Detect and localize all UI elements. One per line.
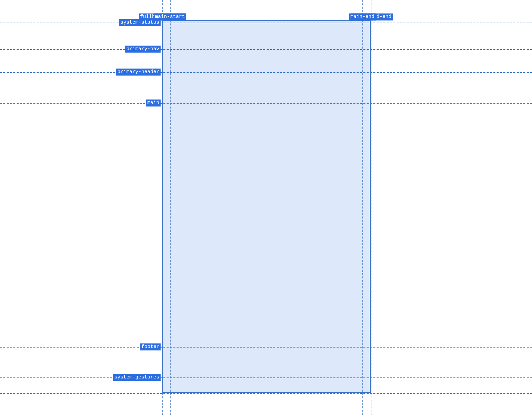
- row-line-system-gestures: [0, 377, 532, 378]
- column-label-main-start: main-start: [154, 14, 186, 21]
- column-line-main-start: [170, 0, 171, 415]
- row-label-system-gestures: system-gestures: [113, 374, 161, 381]
- row-label-main: main: [146, 100, 161, 107]
- row-line-primary-nav: [0, 49, 532, 50]
- column-label-fullbleed-end: fullbleed-end: [351, 14, 393, 21]
- column-line-fullbleed-start: [162, 0, 163, 415]
- row-line-system-status: [0, 23, 532, 23]
- column-line-fullbleed-end: [371, 0, 371, 415]
- column-line-main-end: [362, 0, 363, 415]
- row-line-bottom: [0, 393, 532, 394]
- grid-frame: [162, 20, 371, 393]
- row-label-footer: footer: [140, 344, 161, 351]
- row-label-primary-header: primary-header: [116, 69, 161, 76]
- row-label-primary-nav: primary-nav: [125, 46, 161, 53]
- column-label-fullbleed-start: fullbleed-start: [139, 14, 186, 21]
- row-line-primary-header: [0, 72, 532, 73]
- row-label-system-status: system-status: [119, 19, 161, 26]
- row-line-main: [0, 103, 532, 104]
- row-line-footer: [0, 347, 532, 348]
- column-label-main-end: main-end: [349, 14, 376, 21]
